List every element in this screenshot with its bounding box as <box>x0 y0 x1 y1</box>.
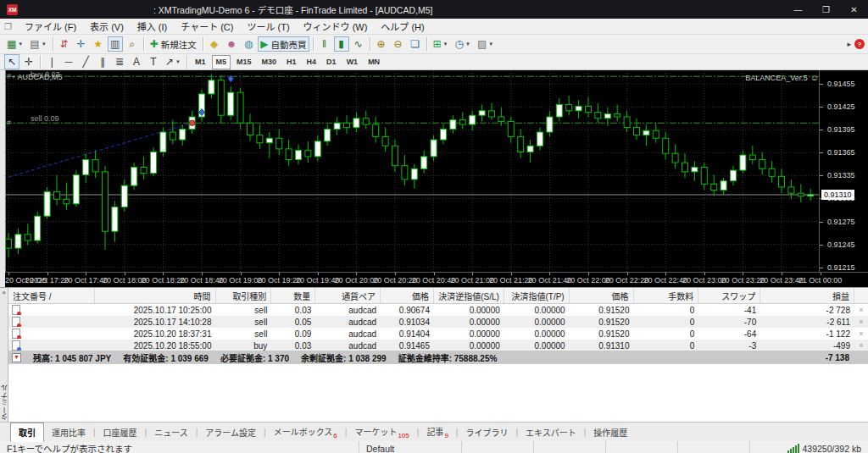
bar-chart-button[interactable]: ‖ <box>317 36 332 52</box>
horizontal-line-button[interactable]: ─ <box>61 54 76 69</box>
data-window-button[interactable]: ✛ <box>74 36 89 52</box>
menu-item-チ[interactable]: チャート (C) <box>174 19 240 34</box>
tab-trade[interactable]: 取引 <box>10 423 44 442</box>
crosshair-button[interactable]: ✛ <box>21 54 36 69</box>
close-position-button[interactable]: × <box>854 341 868 350</box>
column-header-10[interactable]: スワップ <box>698 288 760 303</box>
column-header-6[interactable]: 決済逆指値(S/L) <box>434 288 504 303</box>
new-order-button[interactable]: ✚新規注文 <box>147 36 199 52</box>
menu-item-ツ[interactable]: ツール (T) <box>240 19 296 34</box>
order-row[interactable]: 2025.10.20 18:55:00buy0.03audcad0.914650… <box>8 340 868 351</box>
zoom-in-button[interactable]: ⊕ <box>374 36 389 52</box>
tile-windows-button[interactable]: ❏ <box>408 36 423 52</box>
column-header-5[interactable]: 価格 <box>381 288 434 303</box>
price-chart[interactable]: ▾ AUDCAD,M5 BALANCEA_Ver.5 ☺ #buy 0.03#s… <box>5 70 819 272</box>
order-row[interactable]: 2025.10.20 18:37:31sell0.09audcad0.91404… <box>8 328 868 340</box>
periods-button[interactable]: ◷▼ <box>453 36 473 52</box>
tab-9[interactable]: エキスパート <box>518 423 584 441</box>
navigator-button[interactable]: ★ <box>91 36 106 52</box>
menu-item-挿[interactable]: 挿入 (I) <box>131 19 174 34</box>
status-profile[interactable]: Default <box>359 441 462 453</box>
toolbar-overflow-icon[interactable]: ▸ <box>847 40 851 48</box>
chevron-down-icon[interactable]: ▼ <box>175 59 181 64</box>
column-header-11[interactable]: 損益 <box>760 288 854 303</box>
column-header-4[interactable]: 通貨ペア <box>315 288 381 303</box>
zoom-out-button[interactable]: ⊖ <box>391 36 406 52</box>
column-header-0[interactable]: 注文番号 / <box>8 288 95 303</box>
terminal-close-icon[interactable]: × <box>0 288 8 297</box>
profiles-button[interactable]: ▤▼ <box>27 36 48 52</box>
minimize-button[interactable]: — <box>784 0 812 19</box>
timeframe-mn[interactable]: MN <box>364 55 384 69</box>
timeframe-h1[interactable]: H1 <box>282 55 301 69</box>
chevron-down-icon[interactable]: ▼ <box>42 41 47 47</box>
tab-4[interactable]: アラーム設定 <box>198 423 264 441</box>
new-chart-button[interactable]: ▦▼ <box>4 36 25 52</box>
symbol-dropdown-icon[interactable]: ▾ <box>12 74 15 80</box>
order-row[interactable]: 2025.10.17 10:25:00sell0.03audcad0.90674… <box>8 304 868 316</box>
tab-8[interactable]: ライブラリ <box>458 423 515 441</box>
timeframe-m15[interactable]: M15 <box>232 55 256 69</box>
tab-7[interactable]: 記事9 <box>419 423 455 442</box>
autotrading-button[interactable]: ▶自動売買 <box>258 36 309 52</box>
status-connection[interactable]: 439250/392 kb <box>750 441 868 453</box>
tab-10[interactable]: 操作履歴 <box>586 423 635 441</box>
timeframe-m5[interactable]: M5 <box>212 55 231 69</box>
price-axis[interactable]: 0.914550.914250.913950.913650.913350.913… <box>819 70 868 287</box>
metaeditor-button[interactable]: ◆ <box>207 36 222 52</box>
fibonacci-button[interactable]: ≣ <box>112 54 127 69</box>
order-row[interactable]: 2025.10.17 14:10:28sell0.05audcad0.91034… <box>8 316 868 328</box>
indicators-button[interactable]: ⊞▼ <box>431 36 451 52</box>
column-header-8[interactable]: 価格 <box>570 288 634 303</box>
menu-item-フ[interactable]: ファイル (F) <box>18 19 83 34</box>
column-header-3[interactable]: 数量 <box>271 288 315 303</box>
menu-item-表[interactable]: 表示 (V) <box>83 19 131 34</box>
strategy-tester-button[interactable]: ⌕ <box>125 36 140 52</box>
market-watch-button[interactable]: ⇵ <box>57 36 72 52</box>
tab-5[interactable]: メールボックス6 <box>266 423 345 442</box>
close-position-button[interactable]: × <box>854 318 868 326</box>
column-header-2[interactable]: 取引種別 <box>216 288 272 303</box>
maximize-button[interactable]: ❐ <box>812 0 840 19</box>
tab-2[interactable]: 口座履歴 <box>96 423 145 441</box>
community-button[interactable]: ☻ <box>224 36 240 52</box>
trend-line-button[interactable]: ╱ <box>78 54 93 69</box>
vertical-line-button[interactable]: ❘ <box>44 54 59 69</box>
column-header-9[interactable]: 手数料 <box>634 288 699 303</box>
equidistant-channel-button[interactable]: ∥ <box>95 54 110 69</box>
terminal-button[interactable]: ▥ <box>108 36 123 52</box>
tab-1[interactable]: 運用比率 <box>44 423 93 441</box>
chevron-down-icon[interactable]: ▼ <box>465 41 470 47</box>
timeframe-w1[interactable]: W1 <box>342 55 363 69</box>
text-label-button[interactable]: T <box>146 54 161 69</box>
close-position-button[interactable]: × <box>854 306 868 314</box>
cursor-button[interactable]: ↖ <box>4 54 19 69</box>
tab-3[interactable]: ニュース <box>147 423 196 441</box>
templates-button[interactable]: ▨▼ <box>475 36 496 52</box>
timeframe-d1[interactable]: D1 <box>322 55 341 69</box>
help-icon[interactable]: ? <box>854 39 865 49</box>
smiley-icon[interactable]: ☺ <box>810 73 819 82</box>
chevron-down-icon[interactable]: ▼ <box>488 41 493 47</box>
time-axis[interactable]: 20 Oct 202520 Oct 17:2020 Oct 17:4020 Oc… <box>5 272 868 287</box>
svg-text:#: # <box>7 72 11 80</box>
column-header-1[interactable]: 時間 <box>95 288 216 303</box>
news-feed-button[interactable]: ◍ <box>241 36 256 52</box>
close-position-button[interactable]: × <box>854 329 868 338</box>
timeframe-m1[interactable]: M1 <box>191 55 210 69</box>
arrows-button[interactable]: ↗▼ <box>163 54 183 69</box>
column-header-7[interactable]: 決済指値(T/P) <box>504 288 570 303</box>
chevron-down-icon[interactable]: ▼ <box>18 41 23 47</box>
text-button[interactable]: A <box>129 54 144 69</box>
child-window-icon[interactable]: ❐ <box>4 22 12 31</box>
menu-item-ウ[interactable]: ウィンドウ (W) <box>297 19 375 34</box>
tab-6[interactable]: マーケット105 <box>347 423 416 442</box>
time-tick-label: 20 Oct 18:00 <box>103 276 147 285</box>
line-chart-button[interactable]: ∿ <box>351 36 366 52</box>
timeframe-m30[interactable]: M30 <box>258 55 281 69</box>
menu-item-ヘ[interactable]: ヘルプ (H) <box>374 19 431 34</box>
timeframe-h4[interactable]: H4 <box>303 55 321 69</box>
close-button[interactable]: ✕ <box>840 0 868 19</box>
chevron-down-icon[interactable]: ▼ <box>443 41 448 47</box>
candlestick-chart-button[interactable]: ▮ <box>334 36 349 52</box>
